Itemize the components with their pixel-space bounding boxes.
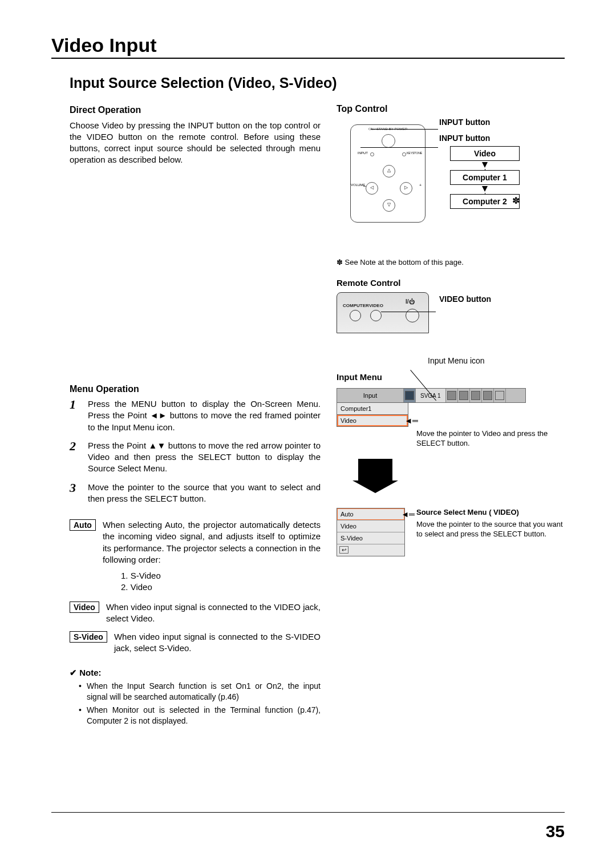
callout-input-button-2: INPUT button [439,134,530,143]
arrow-down-icon [482,186,488,192]
back-icon: ↩ [339,546,348,554]
ssm-note: Move the pointer to the source that you … [416,520,565,539]
flow-box-video: Video [450,146,520,161]
input-menu-icon-label: Input Menu icon [428,356,485,365]
top-control-footnote: ✽ See Note at the bottom of this page. [337,258,565,267]
star-icon: ✽ [512,195,520,206]
row-label: Video [341,417,356,424]
step-row: 1 Press the MENU button to display the O… [70,398,321,433]
input-menu-heading: Input Menu [337,372,382,382]
page-number: 35 [546,822,565,841]
bar-label-input: Input [337,389,404,402]
input-button-icon [370,152,374,156]
cross-left-icon: ◁ [366,182,378,195]
bar-icon [446,389,458,402]
input-menu-row-video: Video ◄═ [337,415,408,427]
remote-label-video: VIDEO [369,303,383,308]
note-item: When the Input Search function is set On… [81,681,321,702]
pointer-arrow-icon: ◄═ [404,416,418,425]
option-svideo-label: S-Video [70,631,107,643]
step-number: 1 [70,398,82,433]
remote-power-button-icon [406,309,419,322]
option-auto-label: Auto [70,519,96,531]
top-control-heading: Top Control [337,104,565,114]
note-item: When Monitor out is selected in the Term… [81,705,321,726]
ssm-heading: Source Select Menu ( VIDEO) [416,508,565,518]
option-auto-text: When selecting Auto, the projector autom… [103,519,321,566]
step-number: 2 [70,440,82,475]
remote-video-button-icon [370,310,382,321]
ssm-row-video: Video [337,520,404,532]
section-title: Input Source Selection (Video, S-Video) [70,75,565,91]
power-button-icon [382,134,395,148]
top-control-panel: ON / STAND-BY POWER INPUT KEYSTONE VOLUM… [350,124,425,223]
ssm-back-row: ↩ [337,544,404,556]
flow-box-computer1: Computer 1 [450,170,520,185]
flow-box-computer2: Computer 2 [450,194,520,209]
step-text: Press the Point ▲▼ buttons to move the r… [88,440,321,475]
step-text: Move the pointer to the source that you … [88,482,321,505]
remote-computer-button-icon [350,310,361,321]
leader-line [360,147,438,148]
cross-down-icon: ▽ [383,199,395,212]
ssm-row-auto: Auto ◄═ [337,508,404,520]
direct-op-body: Choose Video by pressing the INPUT butto… [70,120,321,166]
leader-line [381,312,436,312]
bar-icon [458,389,470,402]
keystone-button-icon [402,152,406,156]
note-heading: ✔ Note: [70,667,321,679]
bar-mode: SVGA 1 [416,389,446,402]
input-menu-row-computer1: Computer1 [337,403,408,415]
ssm-row-svideo: S-Video [337,532,404,544]
callout-video-button: VIDEO button [439,294,491,304]
step-row: 3 Move the pointer to the source that yo… [70,482,321,505]
menu-op-heading: Menu Operation [70,383,321,395]
option-auto-order1: 1. S-Video [121,570,321,582]
direct-op-heading: Direct Operation [70,104,321,116]
row-label: Auto [341,511,354,518]
step-text: Press the MENU button to display the On-… [88,398,321,433]
big-arrow-icon: Video [358,459,392,481]
remote-power-icon: I/⏻ [406,298,415,305]
remote-control-heading: Remote Control [337,278,565,288]
bar-icon [494,389,506,402]
remote-body: COMPUTER VIDEO I/⏻ [337,292,429,333]
page-title: Video Input [51,34,565,56]
bar-icon [470,389,482,402]
bar-input-icon [404,389,416,402]
cross-right-icon: ▷ [400,182,412,195]
label-keystone: KEYSTONE [407,151,422,155]
big-arrow-label: Video [358,483,392,492]
option-svideo-text: When video input signal is connected to … [114,631,321,655]
divider [51,58,565,59]
pointer-arrow-icon: ◄═ [401,510,415,519]
arrow-down-icon [482,162,488,168]
source-select-menu: Auto ◄═ Video S-Video ↩ [337,508,405,556]
step-row: 2 Press the Point ▲▼ buttons to move the… [70,440,321,475]
cross-up-icon: △ [383,165,395,177]
label-input: INPUT [358,151,368,155]
leader-line [371,129,438,130]
remote-label-computer: COMPUTER [343,303,369,308]
option-auto-order2: 2. Video [121,582,321,593]
bottom-divider [51,812,565,813]
option-video-text: When video input signal is connected to … [106,601,321,625]
input-menu-note: Move the pointer to Video and press the … [416,429,565,449]
label-plus: + [419,183,422,187]
step-number: 3 [70,482,82,505]
callout-input-button: INPUT button [439,118,530,127]
bar-icon [482,389,494,402]
option-video-label: Video [70,601,99,613]
